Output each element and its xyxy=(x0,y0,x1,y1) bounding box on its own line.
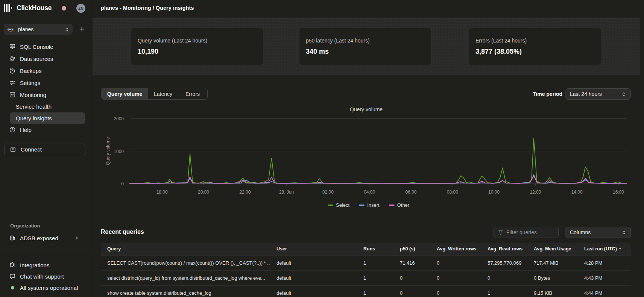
svg-text:20:00: 20:00 xyxy=(198,189,209,195)
svg-text:02:00: 02:00 xyxy=(322,189,334,195)
svg-text:2000: 2000 xyxy=(114,116,124,121)
svg-text:14:00: 14:00 xyxy=(571,189,583,195)
svg-text:28. Jun: 28. Jun xyxy=(279,189,294,195)
svg-text:04:00: 04:00 xyxy=(364,189,375,195)
svg-text:06:00: 06:00 xyxy=(405,189,416,195)
svg-text:08:00: 08:00 xyxy=(447,189,458,195)
svg-text:10:00: 10:00 xyxy=(488,189,500,195)
svg-text:Query volume: Query volume xyxy=(105,137,111,165)
svg-text:16:00: 16:00 xyxy=(613,189,624,195)
svg-text:1000: 1000 xyxy=(114,149,124,154)
svg-text:0: 0 xyxy=(121,181,124,186)
svg-text:22:00: 22:00 xyxy=(239,189,251,195)
svg-text:12:00: 12:00 xyxy=(530,189,541,195)
svg-text:18:00: 18:00 xyxy=(156,189,168,195)
